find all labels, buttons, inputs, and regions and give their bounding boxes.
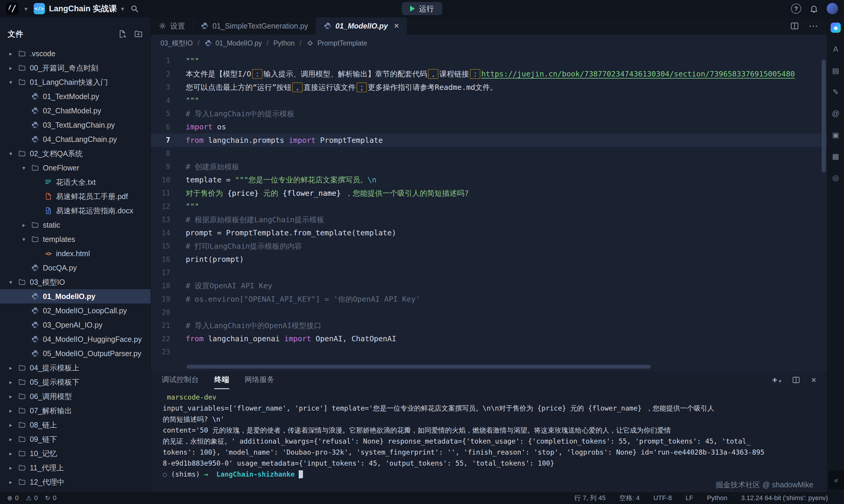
- help-icon[interactable]: ?: [791, 4, 801, 14]
- notifications-bell-icon[interactable]: [809, 4, 819, 13]
- status-item[interactable]: 空格: 4: [619, 493, 640, 503]
- terminal-output[interactable]: marscode-devinput_variables=['flower_nam…: [151, 390, 827, 492]
- code-line[interactable]: 12""": [151, 200, 827, 213]
- workspace-switcher[interactable]: </> LangChain 实战课 ▾: [34, 3, 124, 14]
- run-button[interactable]: 运行: [402, 2, 442, 15]
- tree-item[interactable]: DocQA.py: [0, 260, 150, 275]
- tree-item[interactable]: 03_OpenAI_IO.py: [0, 318, 150, 332]
- editor-tab[interactable]: 01_SimpleTextGeneration.py: [193, 17, 316, 35]
- app-logo-icon[interactable]: [6, 2, 18, 15]
- tree-item[interactable]: ▾OneFlower: [0, 161, 150, 175]
- breadcrumb-item[interactable]: PromptTemplate: [306, 39, 367, 47]
- tree-item[interactable]: ▸10_记忆: [0, 446, 150, 461]
- code-line[interactable]: 1""": [151, 54, 827, 68]
- more-actions-icon[interactable]: ⋯: [809, 20, 818, 32]
- user-icon[interactable]: ◎: [831, 173, 841, 183]
- code-line[interactable]: 11对于售价为 {price} 元的 {flower_name} ，您能提供一个…: [151, 186, 827, 200]
- new-terminal-button[interactable]: +▾: [772, 375, 781, 385]
- mention-icon[interactable]: @: [831, 108, 841, 119]
- tree-item[interactable]: 04_ModelIO_HuggingFace.py: [0, 332, 150, 346]
- tree-item[interactable]: ▸06_调用模型: [0, 389, 150, 403]
- tree-item[interactable]: ▸11_代理上: [0, 461, 150, 475]
- editor-tab[interactable]: 01_ModelIO.py×: [316, 17, 407, 35]
- breadcrumb-item[interactable]: 03_模型IO: [160, 39, 193, 48]
- code-line[interactable]: 4""": [151, 94, 827, 107]
- panel-tab-item[interactable]: 网络服务: [245, 371, 274, 389]
- vertical-scrollbar[interactable]: [822, 59, 826, 173]
- code-line[interactable]: 18# 设置OpenAI API Key: [151, 280, 827, 293]
- status-item[interactable]: UTF-8: [653, 494, 672, 502]
- panel-tab-item[interactable]: 调试控制台: [162, 371, 199, 389]
- close-panel-icon[interactable]: ×: [811, 375, 816, 385]
- tree-item[interactable]: 03_TextLangChain.py: [0, 118, 150, 132]
- tree-item[interactable]: ▸04_提示模板上: [0, 361, 150, 375]
- tree-item[interactable]: ▸09_链下: [0, 432, 150, 446]
- tree-item[interactable]: <>index.html: [0, 246, 150, 260]
- code-line[interactable]: 3您可以点击最上方的“运行”按钮，直接运行该文件；更多操作指引请参考Readme…: [151, 80, 827, 94]
- assistant-a-icon[interactable]: A: [831, 44, 841, 54]
- extension-icon[interactable]: ▣: [831, 130, 841, 140]
- new-folder-icon[interactable]: [134, 30, 143, 38]
- code-line[interactable]: 2本文件是【模型I/O：输入提示、调用模型、解析输出】章节的配套代码，课程链接：…: [151, 68, 827, 81]
- status-item[interactable]: Python: [707, 494, 728, 502]
- tree-item[interactable]: ▾templates: [0, 232, 150, 246]
- status-item[interactable]: 3.12.24 64-bit ('shims': pyenv): [741, 494, 828, 502]
- code-line[interactable]: 7from langchain.prompts import PromptTem…: [151, 133, 827, 147]
- user-avatar[interactable]: [827, 3, 838, 14]
- tree-item[interactable]: ▸05_提示模板下: [0, 375, 150, 389]
- tree-item[interactable]: ▾01_LangChain快速入门: [0, 75, 150, 89]
- tree-item[interactable]: ▸12_代理中: [0, 475, 150, 489]
- tree-item[interactable]: 易速鲜花运营指南.docx: [0, 203, 150, 218]
- document-icon[interactable]: ▤: [831, 66, 841, 76]
- tree-item[interactable]: ▸07_解析输出: [0, 403, 150, 418]
- code-line[interactable]: 23: [151, 345, 827, 359]
- code-line[interactable]: 20: [151, 306, 827, 319]
- tree-item[interactable]: 02_ChatModel.py: [0, 104, 150, 118]
- horizontal-scrollbar[interactable]: [186, 365, 651, 368]
- breadcrumb-item[interactable]: 01_ModelIO.py: [204, 39, 262, 47]
- tree-item[interactable]: 01_ModelIO.py: [0, 289, 150, 304]
- code-line[interactable]: 14prompt = PromptTemplate.from_template(…: [151, 227, 827, 240]
- new-file-icon[interactable]: [118, 30, 127, 38]
- code-line[interactable]: 9# 创建原始模板: [151, 160, 827, 174]
- code-editor[interactable]: 1"""2本文件是【模型I/O：输入提示、调用模型、解析输出】章节的配套代码，课…: [151, 52, 827, 371]
- code-line[interactable]: 13# 根据原始模板创建LangChain提示模板: [151, 213, 827, 227]
- code-line[interactable]: 17: [151, 266, 827, 280]
- status-item[interactable]: LF: [686, 494, 694, 502]
- grid-icon[interactable]: ▦: [831, 151, 841, 161]
- code-line[interactable]: 19# os.environ["OPENAI_API_KEY"] = '你的Op…: [151, 292, 827, 306]
- tree-item[interactable]: 02_ModelIO_LoopCall.py: [0, 304, 150, 318]
- tree-item[interactable]: ▸00_开篇词_奇点时刻: [0, 61, 150, 75]
- tree-item[interactable]: ▾03_模型IO: [0, 275, 150, 289]
- tree-item[interactable]: ▾02_文档QA系统: [0, 146, 150, 161]
- terminal-prompt-line[interactable]: ○ (shims) → LangChain-shizhanke ▌: [163, 469, 818, 480]
- tree-item[interactable]: 易速鲜花员工手册.pdf: [0, 189, 150, 203]
- collapsed-panel-button[interactable]: «: [828, 471, 844, 490]
- tree-item[interactable]: ▸08_链上: [0, 418, 150, 432]
- code-line[interactable]: 10template = """您是一位专业的鲜花店文案撰写员。\n: [151, 174, 827, 187]
- info-count[interactable]: ↻0: [45, 494, 56, 502]
- tree-item[interactable]: 花语大全.txt: [0, 175, 150, 189]
- tree-item[interactable]: 05_ModelIO_OutputParser.py: [0, 346, 150, 361]
- code-line[interactable]: 16print(prompt): [151, 253, 827, 266]
- tree-item[interactable]: 01_TextModel.py: [0, 89, 150, 104]
- split-editor-icon[interactable]: [790, 21, 799, 30]
- status-item[interactable]: 行 7, 列 45: [574, 493, 606, 503]
- code-line[interactable]: 8: [151, 147, 827, 160]
- panel-tab-active[interactable]: 终端: [214, 371, 229, 389]
- error-count[interactable]: ⊗0: [7, 494, 19, 502]
- code-line[interactable]: 22from langchain_openai import OpenAI, C…: [151, 332, 827, 346]
- ai-assistant-icon[interactable]: ◆: [831, 23, 841, 33]
- editor-tab[interactable]: 设置: [151, 17, 193, 35]
- edit-icon[interactable]: ✎: [831, 87, 841, 97]
- search-icon[interactable]: [130, 4, 139, 13]
- code-line[interactable]: 15# 打印LangChain提示模板的内容: [151, 239, 827, 253]
- code-line[interactable]: 6import os: [151, 121, 827, 134]
- code-line[interactable]: 21# 导入LangChain中的OpenAI模型接口: [151, 319, 827, 332]
- code-line[interactable]: 5# 导入LangChain中的提示模板: [151, 107, 827, 121]
- close-tab-icon[interactable]: ×: [394, 21, 399, 31]
- warning-count[interactable]: ⚠0: [26, 494, 38, 502]
- logo-chevron-down-icon[interactable]: ▾: [24, 6, 28, 12]
- split-panel-icon[interactable]: [792, 376, 800, 384]
- tree-item[interactable]: ▸.vscode: [0, 47, 150, 61]
